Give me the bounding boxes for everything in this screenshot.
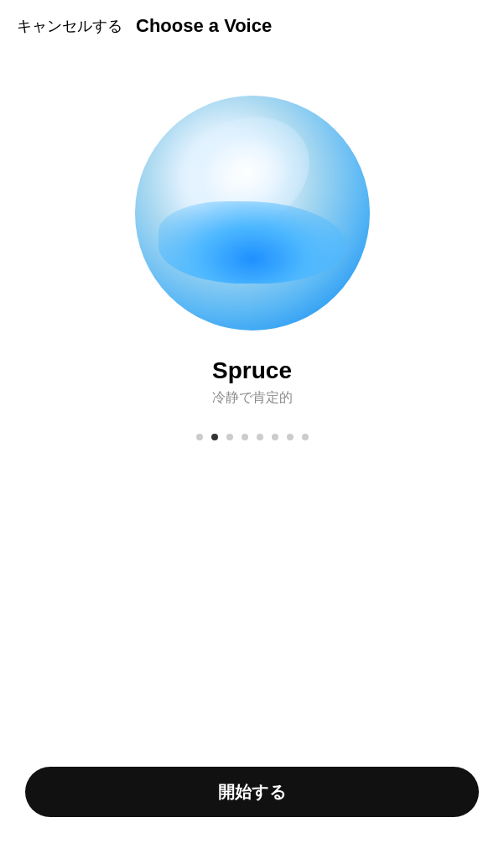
dot-4[interactable] <box>242 434 248 440</box>
dot-1[interactable] <box>196 434 203 440</box>
dot-7[interactable] <box>287 434 294 440</box>
start-button[interactable]: 開始する <box>25 767 479 817</box>
voice-name: Spruce <box>212 357 292 384</box>
voice-avatar-image <box>135 96 370 331</box>
main-content: Spruce 冷静で肯定的 <box>0 45 504 440</box>
bottom-area: 開始する <box>0 767 504 817</box>
dot-3[interactable] <box>226 434 233 440</box>
header: キャンセルする Choose a Voice <box>0 0 504 45</box>
voice-description: 冷静で肯定的 <box>212 389 293 407</box>
dot-5[interactable] <box>257 434 263 440</box>
dot-2[interactable] <box>211 434 218 440</box>
page-title: Choose a Voice <box>136 15 272 37</box>
cancel-button[interactable]: キャンセルする <box>17 16 122 36</box>
dot-8[interactable] <box>302 434 309 440</box>
voice-avatar <box>135 96 370 331</box>
dot-6[interactable] <box>272 434 278 440</box>
pagination-dots <box>196 434 309 440</box>
